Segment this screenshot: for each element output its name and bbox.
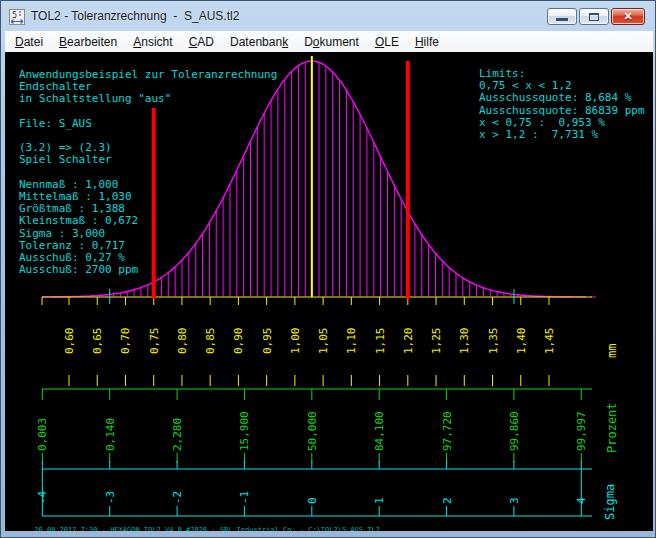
menu-item[interactable]: Dokument: [296, 33, 367, 51]
app-window: 5 TOL2 - Toleranzrechnung - S_AUS.tl2 ✕ …: [0, 0, 656, 538]
percent-tick-label: 2,280: [171, 418, 184, 451]
percent-tick-label: 0,140: [104, 418, 117, 451]
info-line: x > 1,2 : 7,731 %: [479, 129, 645, 141]
sigma-tick-label: 4: [575, 497, 588, 504]
menu-item[interactable]: Ansicht: [125, 33, 180, 51]
info-line: Sigma : 3,000: [19, 228, 277, 240]
info-line: Kleinstmaß : 0,672: [19, 215, 277, 227]
x-axis-tick-label: 1,40: [515, 328, 528, 355]
info-line: in Schaltstellung "aus": [19, 93, 277, 105]
menu-item[interactable]: Bearbeiten: [51, 33, 125, 51]
x-axis-tick-label: 1,30: [458, 328, 471, 355]
window-title: TOL2 - Toleranzrechnung - S_AUS.tl2: [31, 9, 239, 23]
x-axis-tick-label: 1,00: [289, 328, 302, 355]
info-line: File: S_AUS: [19, 118, 277, 130]
maximize-button[interactable]: [579, 8, 609, 25]
menu-item[interactable]: Datenbank: [222, 33, 296, 51]
maximize-icon: [589, 13, 599, 21]
x-axis-tick-label: 0,75: [148, 328, 161, 355]
minimize-icon: [556, 18, 568, 21]
info-line: Ausschussquote: 86839 ppm: [479, 105, 645, 117]
menu-item[interactable]: CAD: [181, 33, 222, 51]
x-axis-tick-label: 1,10: [345, 328, 358, 355]
percent-tick-label: 99,860: [508, 411, 521, 451]
sigma-axis-unit-label: Sigma: [603, 484, 617, 520]
x-axis-tick-label: 0,80: [176, 328, 189, 355]
sigma-tick-label: -2: [171, 491, 184, 504]
app-icon-digit: 5: [12, 11, 17, 20]
x-axis-tick-label: 1,05: [317, 328, 330, 355]
sigma-tick-label: 3: [508, 497, 521, 504]
menu-item[interactable]: Hilfe: [407, 33, 447, 51]
menu-bar: DateiBearbeitenAnsichtCADDatenbankDokume…: [5, 31, 653, 52]
x-axis-tick-label: 1,45: [543, 328, 556, 355]
info-line: Ausschussquote: 8,684 %: [479, 92, 645, 104]
status-bar: 26.08.2017 7:30 - HEXAGON TOL2 V4.0 #202…: [9, 518, 651, 530]
percent-tick-label: 99,997: [575, 411, 588, 451]
sigma-tick-label: -3: [104, 491, 117, 504]
status-text: 26.08.2017 7:30 - HEXAGON TOL2 V4.0 #202…: [34, 526, 380, 531]
sigma-tick-label: 0: [306, 497, 319, 504]
percent-tick-label: 97,720: [441, 411, 454, 451]
info-block-left: Anwendungsbeispiel zur ToleranzrechnungE…: [19, 69, 277, 276]
caption-buttons: ✕: [547, 8, 645, 25]
percent-axis-unit-label: Prozent: [605, 402, 619, 453]
menu-item[interactable]: Datei: [7, 33, 51, 51]
x-axis-tick-label: 0,85: [204, 328, 217, 355]
chart-canvas: 0,600,650,700,750,800,850,900,951,001,05…: [5, 52, 653, 531]
x-axis-unit-label: mm: [605, 344, 619, 358]
info-block-limits: Limits:0,75 < x < 1,2Ausschussquote: 8,6…: [479, 68, 645, 141]
app-icon[interactable]: 5: [9, 9, 25, 25]
percent-tick-label: 15,900: [238, 411, 251, 451]
x-axis-tick-label: 0,95: [261, 328, 274, 355]
x-axis-tick-label: 1,15: [374, 328, 387, 355]
percent-tick-label: 84,100: [373, 411, 386, 451]
info-line: [19, 167, 277, 179]
x-axis-tick-label: 0,70: [119, 328, 132, 355]
x-axis-tick-label: 0,60: [63, 328, 76, 355]
percent-tick-label: 0,003: [36, 418, 49, 451]
x-axis-tick-label: 0,90: [232, 328, 245, 355]
sigma-tick-label: -4: [36, 490, 49, 504]
info-line: [19, 106, 277, 118]
title-bar: 5 TOL2 - Toleranzrechnung - S_AUS.tl2 ✕: [1, 1, 655, 31]
minimize-button[interactable]: [547, 8, 577, 25]
close-icon: ✕: [623, 11, 632, 22]
info-line: Spiel Schalter: [19, 154, 277, 166]
sigma-tick-label: 1: [373, 497, 386, 504]
x-axis-tick-label: 1,25: [430, 328, 443, 355]
x-axis-tick-label: 1,20: [402, 328, 415, 355]
x-axis-tick-label: 0,65: [91, 328, 104, 355]
close-button[interactable]: ✕: [611, 8, 645, 25]
info-line: Ausschuß: 2700 ppm: [19, 264, 277, 276]
x-axis-tick-label: 1,35: [487, 327, 500, 354]
menu-item[interactable]: OLE: [367, 33, 407, 51]
sigma-tick-label: -1: [238, 491, 251, 504]
percent-tick-label: 50,000: [306, 411, 319, 451]
sigma-tick-label: 2: [441, 497, 454, 504]
desktop: { "window": { "title": "TOL2 - Toleranzr…: [0, 0, 656, 538]
